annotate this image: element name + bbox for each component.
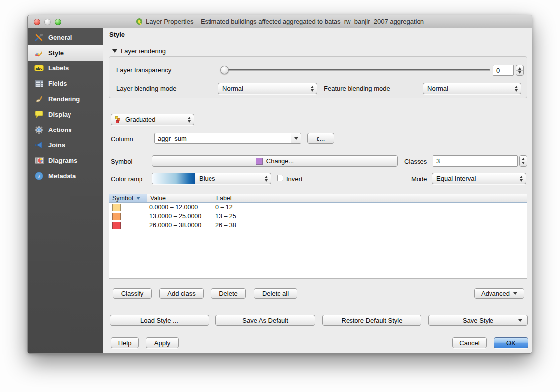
load-style-button[interactable]: Load Style ...	[110, 315, 209, 326]
cancel-button[interactable]: Cancel	[452, 337, 487, 348]
sidebar-item-label: Joins	[48, 141, 65, 149]
invert-label: Invert	[286, 175, 303, 183]
layer-rendering-toggle[interactable]: Layer rendering	[112, 47, 166, 55]
transparency-label: Layer transparency	[116, 66, 171, 74]
sidebar-item-style[interactable]: Style	[28, 45, 103, 61]
classes-stepper[interactable]	[519, 155, 527, 167]
class-color-swatch[interactable]	[112, 213, 121, 220]
sidebar-item-label: Metadata	[48, 172, 76, 180]
gear-icon	[34, 126, 44, 134]
minimize-button[interactable]	[44, 19, 51, 25]
chart-icon	[34, 156, 44, 165]
delete-button[interactable]: Delete	[211, 288, 246, 299]
column-value: aggr_sum	[158, 135, 187, 142]
class-label: 26 – 38	[213, 222, 527, 229]
button-label: Cancel	[459, 339, 479, 347]
add-class-button[interactable]: Add class	[159, 288, 204, 299]
transparency-slider[interactable]	[221, 66, 490, 74]
table-row[interactable]: 13.0000 – 25.0000 13 – 25	[109, 212, 527, 221]
delete-all-button[interactable]: Delete all	[254, 288, 297, 299]
slider-track[interactable]	[221, 69, 490, 71]
classes-input[interactable]: 3	[433, 155, 518, 167]
speech-bubble-icon	[34, 110, 44, 119]
info-icon: i	[34, 172, 44, 181]
button-label: Restore Default Style	[342, 317, 403, 324]
graduated-icon	[115, 116, 122, 123]
column-label: Column	[111, 135, 133, 143]
column-header-symbol[interactable]: Symbol	[109, 194, 147, 202]
dropdown-arrow-icon	[513, 292, 517, 295]
mode-value: Equal Interval	[436, 175, 476, 182]
collapse-triangle-icon	[112, 49, 117, 53]
mode-select[interactable]: Equal Interval	[432, 173, 526, 184]
sort-desc-icon	[136, 197, 140, 200]
symbol-label: Symbol	[111, 158, 132, 165]
sidebar-item-actions[interactable]: Actions	[28, 122, 103, 137]
sidebar-item-rendering[interactable]: Rendering	[28, 91, 103, 107]
table-row[interactable]: 26.0000 – 38.0000 26 – 38	[109, 221, 527, 230]
apply-button[interactable]: Apply	[146, 337, 179, 348]
expression-button-label: ε...	[317, 135, 325, 142]
sidebar-item-joins[interactable]: Joins	[28, 137, 103, 153]
classify-button[interactable]: Classify	[113, 288, 152, 299]
renderer-type-value: Graduated	[125, 116, 155, 123]
sidebar-item-label: Fields	[48, 80, 67, 87]
color-ramp-select[interactable]: Blues	[152, 173, 271, 184]
table-row[interactable]: 0.0000 – 12.0000 0 – 12	[109, 203, 527, 212]
sidebar: General Style abc Labels Fields Renderin…	[28, 28, 103, 353]
close-button[interactable]	[34, 19, 40, 25]
header-label: Value	[150, 195, 166, 202]
layer-rendering-group: Layer transparency 0 Layer blending mode…	[109, 56, 527, 98]
class-color-swatch[interactable]	[112, 222, 121, 229]
dropdown-arrow-icon	[518, 319, 522, 322]
feature-blending-select[interactable]: Normal	[423, 83, 521, 94]
sidebar-item-display[interactable]: Display	[28, 107, 103, 122]
save-style-button[interactable]: Save Style	[428, 315, 528, 326]
expression-button[interactable]: ε...	[307, 133, 334, 144]
column-select[interactable]: aggr_sum	[154, 133, 301, 144]
sidebar-item-diagrams[interactable]: Diagrams	[28, 153, 103, 168]
zoom-button[interactable]	[55, 19, 61, 25]
save-as-default-button[interactable]: Save As Default	[215, 315, 315, 326]
class-label: 13 – 25	[213, 213, 527, 220]
window-title: Layer Properties – Estimated buildings a…	[146, 18, 424, 25]
ok-button[interactable]: OK	[494, 337, 528, 348]
tools-icon	[34, 33, 44, 42]
transparency-input[interactable]: 0	[493, 65, 514, 76]
step-down-icon[interactable]	[518, 71, 521, 74]
classes-value: 3	[436, 157, 440, 165]
class-color-swatch[interactable]	[112, 204, 121, 211]
symbol-color-swatch	[256, 158, 263, 165]
brush-icon	[34, 95, 44, 104]
color-ramp-label: Color ramp	[111, 175, 142, 183]
sidebar-item-label: Rendering	[48, 95, 80, 103]
button-label: Delete	[219, 290, 238, 297]
layer-properties-window: Layer Properties – Estimated buildings a…	[27, 15, 532, 354]
column-header-label[interactable]: Label	[213, 194, 527, 202]
column-dropdown-icon[interactable]	[291, 133, 301, 143]
sidebar-item-labels[interactable]: abc Labels	[28, 61, 103, 76]
renderer-type-select[interactable]: Graduated	[111, 114, 194, 125]
slider-handle[interactable]	[220, 66, 229, 74]
restore-default-style-button[interactable]: Restore Default Style	[322, 315, 421, 326]
column-header-value[interactable]: Value	[147, 194, 213, 202]
transparency-stepper[interactable]	[516, 65, 524, 76]
button-label: Delete all	[262, 290, 289, 297]
symbol-change-button[interactable]: Change...	[152, 155, 398, 167]
title-bar: Layer Properties – Estimated buildings a…	[28, 15, 532, 28]
layer-blending-select[interactable]: Normal	[218, 83, 317, 94]
class-value: 13.0000 – 25.0000	[147, 213, 213, 220]
step-down-icon[interactable]	[522, 162, 525, 164]
sidebar-item-label: Style	[48, 49, 64, 57]
sidebar-item-label: Actions	[48, 126, 72, 133]
color-ramp-value: Blues	[199, 175, 215, 182]
sidebar-item-fields[interactable]: Fields	[28, 76, 103, 91]
sidebar-item-metadata[interactable]: i Metadata	[28, 168, 103, 184]
advanced-button[interactable]: Advanced	[474, 288, 524, 299]
invert-checkbox[interactable]	[277, 175, 283, 181]
help-button[interactable]: Help	[111, 337, 139, 348]
sidebar-item-general[interactable]: General	[28, 30, 103, 45]
step-up-icon[interactable]	[518, 67, 521, 70]
step-up-icon[interactable]	[522, 158, 525, 160]
color-ramp-preview	[152, 173, 195, 184]
